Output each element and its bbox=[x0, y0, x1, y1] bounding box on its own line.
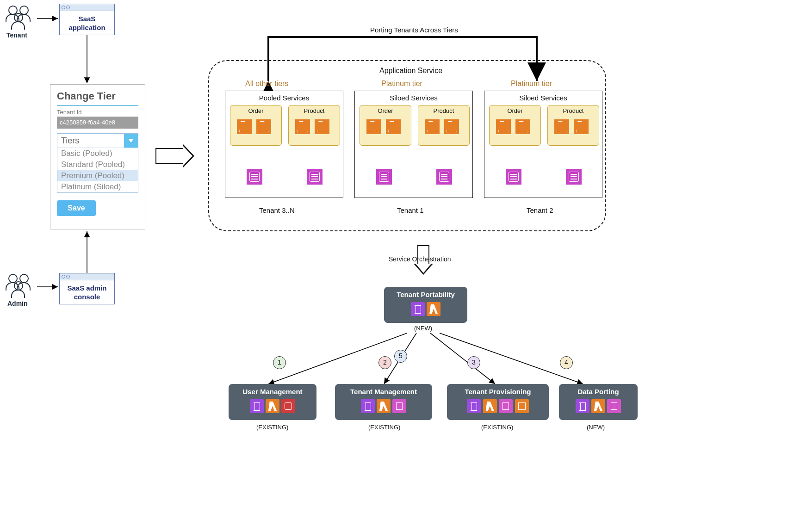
step-4-badge: 4 bbox=[560, 356, 573, 369]
col2-stack: Siloed Services Order Product bbox=[484, 91, 602, 198]
tenant-actor-icon bbox=[4, 6, 36, 31]
lambda-icon bbox=[591, 399, 605, 413]
tier-option-basic[interactable]: Basic (Pooled) bbox=[57, 148, 138, 159]
col0-svc-product: Product bbox=[288, 105, 340, 146]
saas-app-window: SaaSapplication bbox=[59, 4, 115, 35]
database-icon bbox=[566, 169, 582, 185]
col0-svc-order-label: Order bbox=[230, 107, 281, 114]
admin-label: Admin bbox=[7, 300, 28, 307]
col2-svc-product: Product bbox=[547, 105, 599, 146]
database-icon bbox=[506, 169, 521, 185]
admin-actor-icon bbox=[4, 274, 36, 299]
col0-svc-product-label: Product bbox=[289, 107, 340, 114]
tier-select-label: Tiers bbox=[61, 136, 79, 145]
col0-group: Pooled Services bbox=[225, 94, 343, 102]
lambda-icon bbox=[295, 119, 310, 134]
tenant-portability-label: Tenant Portability bbox=[384, 287, 467, 298]
col2-svc-product-label: Product bbox=[548, 107, 599, 114]
lambda-icon bbox=[256, 119, 271, 134]
data-porting-status: (NEW) bbox=[587, 424, 605, 431]
tenant-id-value: c4250359-f6a4-40e8 bbox=[57, 117, 138, 129]
step-2-badge: 2 bbox=[378, 356, 391, 369]
col1-svc-product: Product bbox=[418, 105, 470, 146]
col2-svc-order-label: Order bbox=[490, 107, 540, 114]
svg-line-12 bbox=[430, 333, 495, 384]
lambda-icon bbox=[315, 119, 329, 134]
lambda-icon bbox=[444, 119, 459, 134]
col1-svc-product-label: Product bbox=[418, 107, 469, 114]
tenant-portability-box: Tenant Portability bbox=[384, 287, 467, 323]
save-button[interactable]: Save bbox=[57, 200, 96, 216]
user-management-status: (EXISTING) bbox=[256, 424, 288, 431]
lambda-icon bbox=[425, 119, 440, 134]
col2-tenant: Tenant 2 bbox=[527, 206, 553, 214]
tenant-id-label: Tenant Id bbox=[57, 109, 138, 116]
lambda-icon bbox=[237, 119, 252, 134]
step-1-badge: 1 bbox=[273, 356, 286, 369]
chevron-down-icon bbox=[124, 134, 138, 148]
tenant-provisioning-status: (EXISTING) bbox=[481, 424, 513, 431]
stepfunctions-icon bbox=[576, 399, 589, 413]
codebuild-icon bbox=[515, 399, 529, 413]
col1-tier: Platinum tier bbox=[381, 80, 422, 88]
lambda-icon bbox=[366, 119, 381, 134]
step-3-badge: 3 bbox=[467, 356, 480, 369]
admin-console-label: SaaS adminconsole bbox=[60, 280, 114, 305]
step-5-badge: 5 bbox=[394, 350, 407, 363]
tenant-provisioning-box: Tenant Provisioning bbox=[447, 384, 549, 420]
tenant-management-label: Tenant Management bbox=[335, 384, 432, 396]
col1-svc-order: Order bbox=[360, 105, 411, 146]
col1-svc-order-label: Order bbox=[360, 107, 411, 114]
tenant-management-box: Tenant Management bbox=[335, 384, 432, 420]
col0-tier: All other tiers bbox=[245, 80, 288, 88]
change-tier-title: Change Tier bbox=[57, 90, 138, 106]
database-icon bbox=[247, 169, 262, 185]
col1-group: Siloed Services bbox=[355, 94, 472, 102]
database-icon bbox=[376, 169, 392, 185]
tier-option-platinum[interactable]: Platinum (Siloed) bbox=[57, 181, 138, 192]
col2-group: Siloed Services bbox=[484, 94, 602, 102]
col0-svc-order: Order bbox=[230, 105, 282, 146]
data-porting-box: Data Porting bbox=[559, 384, 638, 420]
lambda-icon bbox=[483, 399, 497, 413]
apigateway-icon bbox=[361, 399, 375, 413]
flow-arrow-icon bbox=[155, 148, 185, 164]
tenant-provisioning-label: Tenant Provisioning bbox=[447, 384, 549, 396]
database-icon bbox=[307, 169, 323, 185]
col0-tenant: Tenant 3..N bbox=[259, 206, 295, 214]
col1-tenant: Tenant 1 bbox=[397, 206, 424, 214]
lambda-icon bbox=[496, 119, 511, 134]
service-orchestration-label: Service Orchestration bbox=[389, 255, 451, 263]
dynamodb-icon bbox=[392, 399, 406, 413]
change-tier-form: Change Tier Tenant Id c4250359-f6a4-40e8… bbox=[50, 84, 145, 229]
cognito-icon bbox=[281, 399, 295, 413]
diagram-canvas: Tenant SaaSapplication Admin SaaS adminc… bbox=[0, 0, 794, 532]
col1-stack: Siloed Services Order Product bbox=[354, 91, 473, 198]
lambda-icon bbox=[427, 302, 440, 316]
tenant-management-status: (EXISTING) bbox=[368, 424, 400, 431]
tier-option-standard[interactable]: Standard (Pooled) bbox=[57, 159, 138, 170]
apigateway-icon bbox=[250, 399, 264, 413]
lambda-icon bbox=[266, 399, 279, 413]
lambda-icon bbox=[554, 119, 569, 134]
lambda-icon bbox=[574, 119, 589, 134]
porting-tenants-label: Porting Tenants Across Tiers bbox=[370, 26, 458, 34]
dynamodb-icon bbox=[499, 399, 513, 413]
tier-select[interactable]: Tiers Basic (Pooled) Standard (Pooled) P… bbox=[57, 133, 138, 193]
user-management-label: User Management bbox=[229, 384, 316, 396]
tenant-portability-status: (NEW) bbox=[414, 325, 432, 332]
col2-tier: Platinum tier bbox=[511, 80, 552, 88]
tenant-label: Tenant bbox=[6, 31, 27, 39]
apigateway-icon bbox=[467, 399, 481, 413]
apigateway-icon bbox=[411, 302, 425, 316]
col0-stack: Pooled Services Order Product bbox=[225, 91, 343, 198]
dynamodb-icon bbox=[607, 399, 621, 413]
database-icon bbox=[436, 169, 452, 185]
user-management-box: User Management bbox=[229, 384, 316, 420]
saas-app-label: SaaSapplication bbox=[60, 11, 114, 36]
tier-option-premium[interactable]: Premium (Pooled) bbox=[57, 170, 138, 181]
data-porting-label: Data Porting bbox=[559, 384, 638, 396]
col2-svc-order: Order bbox=[489, 105, 541, 146]
lambda-icon bbox=[377, 399, 391, 413]
admin-console-window: SaaS adminconsole bbox=[59, 273, 115, 304]
